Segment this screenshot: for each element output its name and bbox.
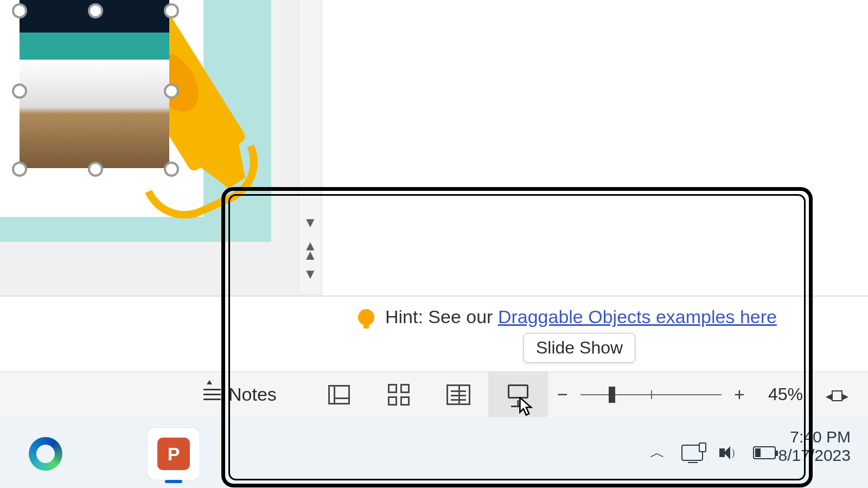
normal-view-icon xyxy=(328,385,350,404)
sorter-view-icon xyxy=(388,384,410,406)
resize-handle-nw[interactable] xyxy=(12,3,27,18)
resize-handle-s[interactable] xyxy=(88,162,103,177)
fit-to-window-button[interactable]: ◂▸ xyxy=(826,386,848,404)
tray-battery-icon[interactable] xyxy=(753,446,776,459)
resize-handle-ne[interactable] xyxy=(164,3,179,18)
fit-box-icon xyxy=(832,390,843,401)
lightbulb-icon xyxy=(358,309,374,325)
powerpoint-logo-icon: P xyxy=(157,438,190,470)
hint-row: Hint: See our Draggable Objects examples… xyxy=(358,306,777,328)
clock-time: 7:40 PM xyxy=(778,428,851,446)
editor-empty-area xyxy=(323,0,868,296)
prev-slide-arrow2-icon[interactable]: ▲ xyxy=(303,247,317,264)
view-slideshow-button[interactable] xyxy=(488,372,548,418)
clock-date: 8/17/2023 xyxy=(778,446,851,465)
zoom-control: − + 45% xyxy=(553,384,803,405)
edge-logo-icon xyxy=(29,437,62,471)
resize-handle-w[interactable] xyxy=(12,84,27,99)
resize-handle-n[interactable] xyxy=(88,3,103,18)
next-slide-arrow-icon[interactable]: ▼ xyxy=(303,266,317,282)
reading-view-icon xyxy=(446,384,470,405)
zoom-percent-label[interactable]: 45% xyxy=(768,384,803,404)
tray-overflow-chevron-icon[interactable]: ︿ xyxy=(650,442,665,463)
view-normal-button[interactable] xyxy=(309,372,369,418)
tray-display-icon[interactable] xyxy=(681,445,703,461)
notes-icon xyxy=(203,386,221,403)
tray-speaker-icon[interactable]: ⟯ xyxy=(719,444,737,461)
view-slide-sorter-button[interactable] xyxy=(369,372,429,418)
zoom-slider-track[interactable] xyxy=(580,394,722,395)
notes-label: Notes xyxy=(228,384,277,405)
resize-handle-se[interactable] xyxy=(164,162,179,177)
taskbar-clock[interactable]: 7:40 PM 8/17/2023 xyxy=(778,428,851,465)
zoom-slider-thumb[interactable] xyxy=(609,387,615,403)
hint-link[interactable]: Draggable Objects examples here xyxy=(498,306,777,327)
resize-handle-e[interactable] xyxy=(164,84,179,99)
fit-arrow-left-icon: ◂ xyxy=(826,389,832,403)
taskbar-edge-icon[interactable] xyxy=(20,428,72,480)
fit-arrow-right-icon: ▸ xyxy=(843,389,848,403)
app-canvas: ▼ ▼ ▲ ▼ Hint: See our Draggable Objects … xyxy=(0,0,868,488)
status-bar: Notes − + 45% ◂▸ xyxy=(0,371,868,417)
zoom-out-button[interactable]: − xyxy=(553,384,572,405)
selected-image-object[interactable] xyxy=(13,0,176,195)
taskbar-powerpoint-icon[interactable]: P xyxy=(148,428,200,480)
windows-taskbar: P ︿ ⟯ 7:40 PM 8/17/2023 xyxy=(0,417,868,488)
resize-handle-sw[interactable] xyxy=(12,162,27,177)
slideshow-view-icon xyxy=(508,384,528,399)
notes-pane[interactable]: Hint: See our Draggable Objects examples… xyxy=(0,296,868,371)
vertical-scrollbar[interactable]: ▼ ▼ ▲ ▼ xyxy=(298,0,320,293)
system-tray: ︿ ⟯ xyxy=(650,417,776,488)
hint-prefix-text: Hint: See our xyxy=(385,306,498,327)
tooltip-slideshow: Slide Show xyxy=(524,333,635,363)
view-reading-button[interactable] xyxy=(429,372,488,418)
notes-toggle[interactable]: Notes xyxy=(203,384,277,405)
scroll-down-arrow-icon[interactable]: ▼ xyxy=(303,214,317,231)
zoom-in-button[interactable]: + xyxy=(730,384,749,405)
